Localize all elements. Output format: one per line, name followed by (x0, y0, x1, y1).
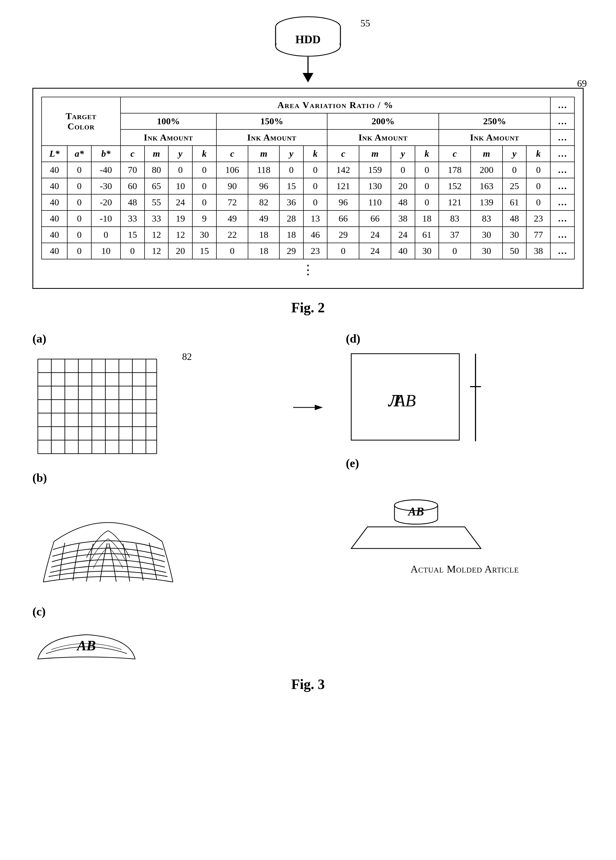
cell-2-1: 0 (67, 194, 91, 210)
col-y4: y (503, 146, 527, 162)
col-c3: c (327, 146, 359, 162)
dots-ink: … (550, 129, 574, 146)
cell-3-2: -10 (91, 210, 121, 227)
pct-250-header: 250% (439, 113, 550, 129)
table-row-0: 400-40708000106118001421590017820000… (42, 162, 574, 178)
cell-4-15: 37 (439, 227, 471, 243)
col-m3: m (359, 146, 391, 162)
cell-0-1: 0 (67, 162, 91, 178)
cell-1-2: -30 (91, 178, 121, 194)
cell-1-1: 0 (67, 178, 91, 194)
cell-4-2: 0 (91, 227, 121, 243)
svg-text:AB: AB (408, 505, 424, 518)
ref-82: 82 (182, 351, 192, 363)
cell-5-7: 0 (216, 243, 248, 259)
cell-3-1: 0 (67, 210, 91, 227)
cell-3-6: 9 (192, 210, 216, 227)
fig2-caption: Fig. 2 (22, 300, 594, 315)
cell-5-5: 20 (168, 243, 192, 259)
cell-0-14: 0 (415, 162, 439, 178)
cell-5-2: 10 (91, 243, 121, 259)
cell-3-5: 19 (168, 210, 192, 227)
cell-1-18: 0 (526, 178, 550, 194)
cell-2-16: 139 (471, 194, 503, 210)
cell-5-8: 18 (248, 243, 279, 259)
cell-2-0: 40 (42, 194, 67, 210)
col-y3: y (391, 146, 415, 162)
col-m1: m (144, 146, 169, 162)
cell-0-13: 0 (391, 162, 415, 178)
cell-0-11: 142 (327, 162, 359, 178)
bracket-top-line (475, 354, 476, 386)
table-row-3: 400-103333199494928136666381883834823… (42, 210, 574, 227)
dots-row-4: … (550, 227, 574, 243)
cell-2-14: 0 (415, 194, 439, 210)
col-c4: c (439, 146, 471, 162)
cell-5-0: 40 (42, 243, 67, 259)
cell-4-8: 18 (248, 227, 279, 243)
cell-2-15: 121 (439, 194, 471, 210)
cell-3-9: 28 (279, 210, 303, 227)
flat-grid-svg (33, 348, 173, 456)
subfig-c: (c) AB (33, 605, 270, 665)
ink-amount-2: Ink Amount (216, 129, 328, 146)
dots-row-5: … (550, 243, 574, 259)
pct-200-header: 200% (327, 113, 439, 129)
table-row-1: 400-3060651009096150121130200152163250… (42, 178, 574, 194)
col-y1: y (168, 146, 192, 162)
cell-1-6: 0 (192, 178, 216, 194)
cell-4-3: 15 (121, 227, 144, 243)
area-variation-header: Area Variation Ratio / % (121, 97, 550, 113)
hdd-section: 55 HDD (22, 16, 594, 82)
ink-amount-3: Ink Amount (327, 129, 439, 146)
molded-article-svg: AB (346, 473, 486, 559)
vertical-dots: ⋮ (41, 262, 575, 277)
ink-amount-1: Ink Amount (121, 129, 216, 146)
cell-2-4: 55 (144, 194, 169, 210)
pct-100-header: 100% (121, 113, 216, 129)
cell-0-8: 118 (248, 162, 279, 178)
cell-3-8: 49 (248, 210, 279, 227)
cell-5-14: 30 (415, 243, 439, 259)
cell-4-13: 24 (391, 227, 415, 243)
svg-text:AB: AB (393, 391, 416, 410)
cell-2-7: 72 (216, 194, 248, 210)
cell-2-8: 82 (248, 194, 279, 210)
cell-1-11: 121 (327, 178, 359, 194)
cell-2-3: 48 (121, 194, 144, 210)
subfig-a-label: (a) (33, 332, 270, 345)
cell-2-6: 0 (192, 194, 216, 210)
cell-5-9: 29 (279, 243, 303, 259)
cell-5-18: 38 (526, 243, 550, 259)
cell-3-3: 33 (121, 210, 144, 227)
rect-d-svg: Л AB (346, 348, 465, 446)
cell-0-10: 0 (303, 162, 328, 178)
fig3-caption: Fig. 3 (22, 676, 594, 692)
cell-0-6: 0 (192, 162, 216, 178)
cell-1-7: 90 (216, 178, 248, 194)
fig3-section: (a) (22, 332, 594, 665)
cell-4-5: 12 (168, 227, 192, 243)
cell-1-12: 130 (359, 178, 391, 194)
cell-4-9: 18 (279, 227, 303, 243)
grid-container: 82 (33, 348, 173, 457)
svg-text:AB: AB (76, 638, 96, 653)
cell-5-17: 50 (503, 243, 527, 259)
cell-4-12: 24 (359, 227, 391, 243)
cell-0-5: 0 (168, 162, 192, 178)
cell-5-13: 40 (391, 243, 415, 259)
col-k3: k (415, 146, 439, 162)
cell-4-18: 77 (526, 227, 550, 243)
bracket-connector (470, 354, 481, 441)
cell-3-12: 66 (359, 210, 391, 227)
cell-5-12: 24 (359, 243, 391, 259)
col-L: L* (42, 146, 67, 162)
printed-flat-svg: AB (33, 621, 141, 664)
subfig-b-label: (b) (33, 471, 270, 485)
dots-row-0: … (550, 162, 574, 178)
warped-grid-svg (33, 487, 184, 590)
table-row-5: 400100122015018292302440300305038… (42, 243, 574, 259)
col-k1: k (192, 146, 216, 162)
subfig-d-label: (d) (346, 332, 583, 345)
cell-4-1: 0 (67, 227, 91, 243)
